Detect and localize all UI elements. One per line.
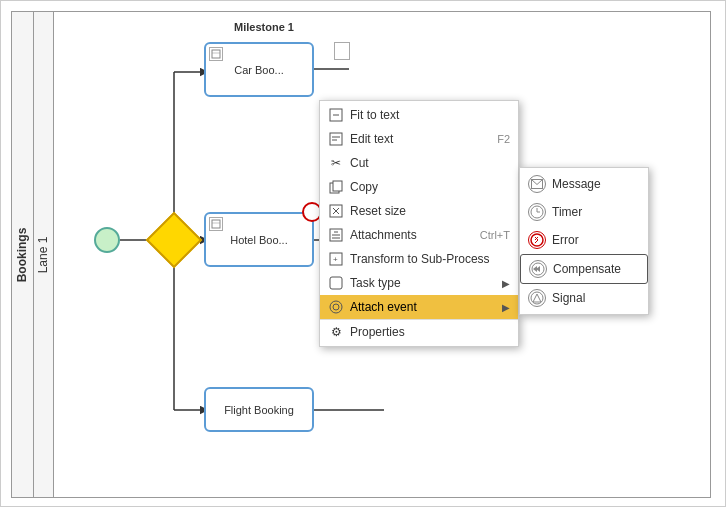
bookings-label: Bookings — [12, 12, 34, 497]
submenu-timer[interactable]: Timer — [520, 198, 648, 226]
submenu-error-label: Error — [552, 233, 579, 247]
start-event — [94, 227, 120, 253]
signal-icon — [528, 289, 546, 307]
milestone-doc-icon — [334, 42, 350, 60]
ctx-attachments[interactable]: Attachments Ctrl+T — [320, 223, 518, 247]
svg-point-31 — [333, 304, 339, 310]
ctx-fit-to-text[interactable]: Fit to text — [320, 103, 518, 127]
lane1-label: Lane 1 — [34, 12, 54, 497]
attach-event-icon — [328, 299, 344, 315]
milestone-box: Milestone 1 — [204, 17, 324, 37]
svg-point-30 — [330, 301, 342, 313]
attach-icon — [328, 227, 344, 243]
submenu-compensate-label: Compensate — [553, 262, 621, 276]
ctx-edit-shortcut: F2 — [497, 133, 510, 145]
context-menu: Fit to text Edit text F2 ✂ — [319, 100, 519, 347]
fit-icon — [328, 107, 344, 123]
cut-icon: ✂ — [328, 155, 344, 171]
ctx-reset-size[interactable]: Reset size — [320, 199, 518, 223]
diagram-area: Bookings Lane 1 — [0, 0, 726, 507]
ctx-properties-label: Properties — [350, 325, 510, 339]
svg-marker-39 — [533, 266, 537, 272]
submenu-message-label: Message — [552, 177, 601, 191]
svg-rect-29 — [330, 277, 342, 289]
submenu-signal-label: Signal — [552, 291, 585, 305]
svg-rect-11 — [212, 220, 220, 228]
edit-icon — [328, 131, 344, 147]
ctx-edit-label: Edit text — [350, 132, 491, 146]
ctx-attach-event-label: Attach event — [350, 300, 496, 314]
submenu-signal[interactable]: Signal — [520, 284, 648, 312]
task-type-arrow-icon: ▶ — [502, 278, 510, 289]
ctx-copy-label: Copy — [350, 180, 510, 194]
ctx-edit-text[interactable]: Edit text F2 — [320, 127, 518, 151]
task-car-icon — [209, 47, 223, 61]
ctx-transform-label: Transform to Sub-Process — [350, 252, 510, 266]
ctx-attachments-shortcut: Ctrl+T — [480, 229, 510, 241]
task-type-icon — [328, 275, 344, 291]
svg-text:+: + — [333, 255, 338, 264]
timer-icon — [528, 203, 546, 221]
milestone-label: Milestone 1 — [234, 21, 294, 33]
ctx-cut[interactable]: ✂ Cut — [320, 151, 518, 175]
task-flight-booking[interactable]: Flight Booking — [204, 387, 314, 432]
svg-rect-15 — [330, 133, 342, 145]
task-hotel-booking[interactable]: Hotel Boo... — [204, 212, 314, 267]
svg-rect-19 — [333, 181, 342, 191]
ctx-cut-label: Cut — [350, 156, 510, 170]
ctx-properties[interactable]: ⚙ Properties — [320, 319, 518, 344]
svg-rect-9 — [212, 50, 220, 58]
diagram-canvas: Milestone 1 Car Boo... — [54, 12, 710, 497]
attach-event-arrow-icon: ▶ — [502, 302, 510, 313]
compensate-icon — [529, 260, 547, 278]
submenu-message[interactable]: Message — [520, 170, 648, 198]
ctx-attach-event[interactable]: Attach event ▶ — [320, 295, 518, 319]
task-hotel-icon — [209, 217, 223, 231]
copy-icon — [328, 179, 344, 195]
task-car-booking[interactable]: Car Boo... — [204, 42, 314, 97]
message-icon — [528, 175, 546, 193]
swimlane-inner: Lane 1 — [34, 12, 710, 497]
svg-marker-41 — [533, 294, 541, 302]
reset-icon — [328, 203, 344, 219]
swimlane-outer: Bookings Lane 1 — [11, 11, 711, 498]
ctx-task-type-label: Task type — [350, 276, 496, 290]
ctx-task-type[interactable]: Task type ▶ — [320, 271, 518, 295]
submenu-compensate[interactable]: Compensate — [520, 254, 648, 284]
submenu-error[interactable]: Error — [520, 226, 648, 254]
ctx-copy[interactable]: Copy — [320, 175, 518, 199]
ctx-reset-label: Reset size — [350, 204, 510, 218]
swimlane-content: Lane 1 — [34, 12, 710, 497]
gateway-diamond — [146, 212, 203, 269]
transform-icon: + — [328, 251, 344, 267]
submenu-timer-label: Timer — [552, 205, 582, 219]
svg-point-36 — [531, 234, 543, 246]
ctx-transform[interactable]: + Transform to Sub-Process — [320, 247, 518, 271]
properties-gear-icon: ⚙ — [328, 324, 344, 340]
ctx-fit-label: Fit to text — [350, 108, 510, 122]
error-icon — [528, 231, 546, 249]
submenu: Message Timer — [519, 167, 649, 315]
ctx-attachments-label: Attachments — [350, 228, 474, 242]
